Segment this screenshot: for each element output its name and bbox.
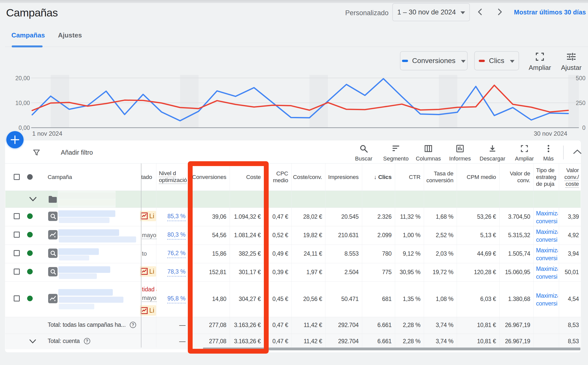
campaign-row-5-estado-text: mayor: [142, 295, 157, 302]
campaign-row-5-value: 1.380,68: [508, 296, 530, 302]
row-separator: [5, 245, 581, 245]
toolbar-columnas[interactable]: Columnas: [412, 144, 445, 162]
campaign-row-2-checkbox[interactable]: [14, 232, 20, 238]
account-row-expand-chevron[interactable]: [29, 196, 37, 202]
select-all-checkbox[interactable]: [14, 174, 20, 180]
row-separator: [5, 334, 581, 334]
campaign-row-5-valor-conv-coste: 4,54: [568, 296, 579, 302]
campaign-row-1-value: 3.704,50: [508, 213, 530, 220]
campaign-row-5-bid-strategy-link[interactable]: conversi: [536, 300, 558, 308]
redacted-campaign-name: [58, 248, 99, 255]
campaign-row-2-bid-strategy-link[interactable]: conversi: [536, 236, 558, 244]
column-header-cpc-line2: medio: [273, 177, 288, 184]
campaign-row-3-value: 8.553: [344, 250, 359, 257]
campaign-row-5-checkbox[interactable]: [14, 295, 20, 301]
campaign-row-4-bid-strategy-link[interactable]: conversi: [536, 273, 558, 281]
timeseries-chart: [0, 0, 588, 142]
column-header-valor-coste-line1: Valor: [566, 167, 579, 174]
campaign-row-4-nivel-optimizacion-link[interactable]: 78,3 %: [167, 268, 186, 277]
weekend-band: [51, 75, 69, 128]
segment-icon: [379, 144, 412, 153]
toolbar-buscar[interactable]: Buscar: [347, 144, 380, 162]
campaign-row-4-checkbox[interactable]: [14, 269, 20, 275]
campaign-row-3-value: 0,49 €: [272, 250, 288, 257]
campaign-row-5-nivel-optimizacion-link[interactable]: 95,8 %: [167, 295, 186, 303]
campaign-row-5-value: 1,08 %: [436, 296, 453, 302]
filter-button[interactable]: [33, 149, 40, 156]
total-row-1-value: 292.704: [338, 322, 359, 329]
column-separator: [534, 164, 534, 348]
collapse-table-button[interactable]: [573, 148, 582, 155]
campaign-row-5-value: 6,03 €: [480, 296, 496, 302]
campaign-row-3-value: 44,69 €: [477, 250, 496, 257]
column-header-estado-clipped: tado: [141, 174, 152, 180]
status-column-header-dot: [27, 174, 33, 180]
campaign-row-4-value: 19,72 %: [433, 269, 453, 276]
campaign-row-3-bid-strategy-link[interactable]: conversi: [536, 254, 558, 262]
column-separator: [325, 164, 325, 348]
toolbar-informes[interactable]: Informes: [444, 144, 476, 162]
campaign-row-1-valor-conv-coste: 3,39: [568, 213, 579, 220]
campaign-row-2-value: 5.315,32: [508, 232, 530, 239]
search-icon: [347, 144, 380, 153]
help-icon[interactable]: ?: [84, 338, 90, 344]
campaign-row-1-value: 20.545: [341, 213, 359, 220]
campaign-row-3-value: 24,11 €: [304, 250, 322, 257]
campaign-row-3-checkbox[interactable]: [14, 250, 20, 256]
limited-badge-text: Li: [149, 212, 154, 220]
campaign-row-2-nivel-optimizacion-link[interactable]: 80,3 %: [167, 231, 186, 240]
campaign-row-2-bid-strategy-link[interactable]: Maximiza: [536, 228, 558, 236]
campaign-row-3-bid-strategy-link[interactable]: Maximiza: [536, 247, 558, 254]
chart-alert-icon: [141, 212, 148, 219]
add-campaign-fab[interactable]: [6, 131, 24, 148]
campaign-row-3-estado-text: to: [142, 250, 147, 257]
campaign-row-4-value: 1,97 €: [306, 269, 322, 276]
column-header-ctr: CTR: [409, 174, 420, 180]
campaign-row-5-bid-strategy-link[interactable]: Maximiza: [536, 292, 558, 300]
toolbar-descargar[interactable]: Descargar: [476, 144, 509, 162]
redaction-blur-strip: [58, 191, 116, 208]
toolbar-divider: [563, 146, 564, 159]
campaign-row-3-value: 1.505,74: [508, 250, 530, 257]
campaign-row-4-value: 0,39 €: [272, 269, 288, 276]
column-header-tipo-line3: de puja: [536, 180, 554, 187]
toolbar-más[interactable]: Más: [532, 144, 565, 162]
campaign-row-1-nivel-optimizacion-link[interactable]: 85,3 %: [167, 213, 186, 221]
row-separator: [5, 263, 581, 263]
total-row-2-value: 292.704: [338, 338, 359, 345]
campaign-row-3-nivel-optimizacion-link[interactable]: 76,2 %: [167, 250, 186, 258]
campaign-row-4-bid-strategy-link[interactable]: Maximiza: [536, 265, 558, 273]
column-separator: [362, 164, 362, 348]
column-header-valor-conv-line1: Valor de: [510, 170, 530, 177]
pmax-campaign-icon: [48, 294, 58, 303]
campaign-row-3-value: 2,03 %: [436, 250, 453, 257]
column-header-tipo-line2: estrateg: [536, 174, 556, 180]
row-separator: [5, 317, 581, 317]
toolbar-segmento[interactable]: Segmento: [379, 144, 412, 162]
more-icon: [532, 144, 565, 153]
search-campaign-icon: [48, 267, 58, 276]
help-icon[interactable]: ?: [130, 322, 136, 328]
campaign-row-1-checkbox[interactable]: [14, 213, 20, 219]
total-row-2-value: 10,81 €: [477, 338, 496, 345]
column-separator: [499, 164, 500, 348]
column-header-tasa-line1: Tasa de: [434, 170, 453, 177]
weekend-band: [309, 75, 328, 128]
campaign-row-4-limited-badge: Li: [140, 266, 156, 277]
campaign-row-4-value: 775: [382, 269, 392, 276]
total-row-2-expand-chevron[interactable]: [29, 339, 37, 344]
column-header-valor-coste-line2: conv./: [564, 174, 579, 180]
add-filter-label[interactable]: Añadir filtro: [61, 149, 93, 156]
redacted-campaign-name: [59, 217, 109, 223]
row-separator: [5, 281, 581, 282]
campaign-row-2-value: 0,52 €: [272, 232, 288, 239]
campaign-row-1-bid-strategy-link[interactable]: Maximiza: [536, 210, 558, 217]
campaign-row-4-value: 15.060,95: [505, 269, 530, 276]
download-icon: [476, 144, 509, 153]
column-header-impresiones: Impresiones: [328, 174, 359, 180]
series-line-conversiones: [32, 79, 568, 121]
redacted-campaign-name: [59, 255, 89, 260]
column-header-tipo-line1: Tipo de: [536, 167, 555, 174]
campaign-row-1-bid-strategy-link[interactable]: conversi: [536, 217, 558, 225]
column-separator: [156, 164, 156, 348]
